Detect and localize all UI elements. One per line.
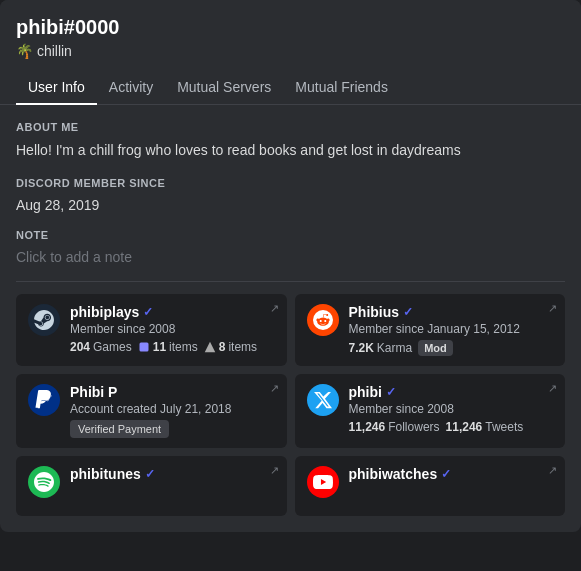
steam-icon <box>28 304 60 336</box>
reddit-verified: ✓ <box>403 305 413 319</box>
connection-youtube: phibiwatches ✓ ↗ <box>295 456 566 516</box>
twitter-name: phibi ✓ <box>349 384 554 400</box>
paypal-name: Phibi P <box>70 384 275 400</box>
note-input[interactable]: Click to add a note <box>16 249 565 265</box>
note-label: NOTE <box>16 229 565 241</box>
connection-paypal: Phibi P Account created July 21, 2018 Ve… <box>16 374 287 448</box>
steam-games: 204 Games <box>70 340 132 354</box>
spotify-external-link-icon[interactable]: ↗ <box>270 464 279 477</box>
connection-twitter: phibi ✓ Member since 2008 11,246 Followe… <box>295 374 566 448</box>
spotify-info: phibitunes ✓ <box>70 466 275 482</box>
divider <box>16 281 565 282</box>
paypal-icon <box>28 384 60 416</box>
status-emoji: 🌴 <box>16 43 33 59</box>
twitter-external-link-icon[interactable]: ↗ <box>548 382 557 395</box>
connections-grid: phibiplays ✓ Member since 2008 204 Games… <box>16 294 565 516</box>
connection-spotify: phibitunes ✓ ↗ <box>16 456 287 516</box>
connection-steam: phibiplays ✓ Member since 2008 204 Games… <box>16 294 287 366</box>
discord-member-date: Aug 28, 2019 <box>16 197 565 213</box>
twitter-sub: Member since 2008 <box>349 402 554 416</box>
steam-external-link-icon[interactable]: ↗ <box>270 302 279 315</box>
profile-body: ABOUT ME Hello! I'm a chill frog who lov… <box>0 105 581 532</box>
status-text: chillin <box>37 43 72 59</box>
username: phibi#0000 <box>16 16 565 39</box>
paypal-sub: Account created July 21, 2018 <box>70 402 275 416</box>
paypal-info: Phibi P Account created July 21, 2018 Ve… <box>70 384 275 438</box>
reddit-sub: Member since January 15, 2012 <box>349 322 554 336</box>
steam-name: phibiplays ✓ <box>70 304 275 320</box>
reddit-icon <box>307 304 339 336</box>
steam-items2: 8 items <box>204 340 257 354</box>
twitter-info: phibi ✓ Member since 2008 11,246 Followe… <box>349 384 554 434</box>
verified-payment-badge: Verified Payment <box>70 420 169 438</box>
spotify-icon <box>28 466 60 498</box>
tab-mutual-friends[interactable]: Mutual Friends <box>283 71 400 105</box>
reddit-stats: 7.2K Karma Mod <box>349 340 554 356</box>
youtube-external-link-icon[interactable]: ↗ <box>548 464 557 477</box>
youtube-name: phibiwatches ✓ <box>349 466 554 482</box>
status: 🌴 chillin <box>16 43 565 59</box>
steam-stats: 204 Games 11 items 8 items <box>70 340 275 354</box>
reddit-info: Phibius ✓ Member since January 15, 2012 … <box>349 304 554 356</box>
youtube-icon <box>307 466 339 498</box>
tabs: User Info Activity Mutual Servers Mutual… <box>0 71 581 105</box>
spotify-name: phibitunes ✓ <box>70 466 275 482</box>
about-me-text: Hello! I'm a chill frog who loves to rea… <box>16 141 565 161</box>
twitter-verified: ✓ <box>386 385 396 399</box>
reddit-name: Phibius ✓ <box>349 304 554 320</box>
paypal-badge: Verified Payment <box>70 416 275 438</box>
twitter-followers: 11,246 Followers <box>349 420 440 434</box>
tab-mutual-servers[interactable]: Mutual Servers <box>165 71 283 105</box>
tab-user-info[interactable]: User Info <box>16 71 97 105</box>
discord-member-label: DISCORD MEMBER SINCE <box>16 177 565 189</box>
youtube-info: phibiwatches ✓ <box>349 466 554 482</box>
steam-sub: Member since 2008 <box>70 322 275 336</box>
steam-info: phibiplays ✓ Member since 2008 204 Games… <box>70 304 275 354</box>
connection-reddit: Phibius ✓ Member since January 15, 2012 … <box>295 294 566 366</box>
twitter-icon <box>307 384 339 416</box>
profile-header: phibi#0000 🌴 chillin User Info Activity … <box>0 0 581 105</box>
profile-container: phibi#0000 🌴 chillin User Info Activity … <box>0 0 581 532</box>
reddit-mod-badge: Mod <box>418 340 453 356</box>
tab-activity[interactable]: Activity <box>97 71 165 105</box>
paypal-external-link-icon[interactable]: ↗ <box>270 382 279 395</box>
steam-items1: 11 items <box>138 340 198 354</box>
reddit-karma: 7.2K Karma <box>349 341 413 355</box>
youtube-verified: ✓ <box>441 467 451 481</box>
svg-marker-1 <box>205 341 216 352</box>
reddit-external-link-icon[interactable]: ↗ <box>548 302 557 315</box>
twitter-tweets: 11,246 Tweets <box>446 420 524 434</box>
spotify-verified: ✓ <box>145 467 155 481</box>
twitter-stats: 11,246 Followers 11,246 Tweets <box>349 420 554 434</box>
about-me-label: ABOUT ME <box>16 121 565 133</box>
svg-rect-0 <box>139 342 148 351</box>
steam-verified: ✓ <box>143 305 153 319</box>
